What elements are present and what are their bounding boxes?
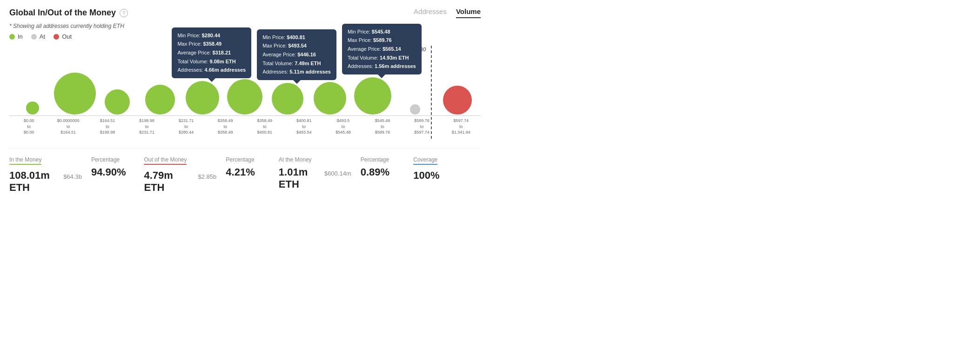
labels-row: $0.00 to $0.00 $0.0000000 to $164.51 $16… (9, 118, 481, 135)
stat-coverage-value: 100% (413, 169, 439, 182)
legend-dot-in (9, 34, 15, 40)
bubble-4 (186, 81, 219, 115)
legend-out: Out (54, 33, 72, 40)
stat-in-sub: $64.3b (63, 173, 82, 180)
stat-at-label-wrap: At the Money (279, 155, 351, 163)
bubble-col-1 (54, 46, 96, 115)
label-7-line2: to (302, 124, 306, 129)
current-price-dashed-line (431, 46, 432, 139)
stat-in-label: In the Money (9, 156, 41, 165)
stat-at-pct-row: 0.89% (361, 166, 404, 178)
stat-coverage-value-row: 100% (413, 169, 471, 182)
bubble-0 (26, 101, 39, 115)
label-10-line1: $589.76 (414, 118, 430, 123)
header: Global In/Out of the Money ? Addresses V… (9, 7, 481, 18)
label-5-line3: $358.49 (218, 130, 233, 135)
label-9-line1: $545.48 (375, 118, 390, 123)
label-6-line2: to (263, 124, 267, 129)
label-11-line2: to (459, 124, 463, 129)
label-11-line3: $1,341.94 (452, 130, 470, 135)
label-col-5: $358.49 to $358.49 (206, 118, 245, 135)
tooltip-2-arrow (293, 80, 301, 84)
label-col-11: $597.74 to $1,341.94 (442, 118, 481, 135)
legend: In At Out (9, 33, 481, 40)
axis-line (9, 115, 481, 116)
label-6-line3: $400.81 (257, 130, 272, 135)
bubble-col-0 (11, 46, 54, 115)
label-col-7: $400.81 to $493.54 (284, 118, 323, 135)
label-col-4: $231.71 to $280.44 (167, 118, 206, 135)
label-3-line1: $198.98 (139, 118, 154, 123)
bubble-1 (54, 73, 96, 115)
bubble-col-9 (394, 46, 436, 115)
label-8-line3: $545.48 (336, 130, 351, 135)
label-2-line3: $198.98 (100, 130, 115, 135)
label-col-3: $198.98 to $231.71 (127, 118, 166, 135)
stat-coverage-label: Coverage (413, 156, 437, 165)
stat-block-in-pct: Percentage 94.90% (91, 155, 144, 194)
help-icon[interactable]: ? (120, 9, 128, 17)
legend-label-out: Out (62, 33, 72, 40)
stat-at-value-row: 1.01m ETH $600.14m (279, 166, 351, 190)
stat-out-label: Out of the Money (144, 156, 187, 165)
label-11-line1: $597.74 (454, 118, 469, 123)
bubble-col-2 (96, 46, 139, 115)
label-1-line3: $164.51 (60, 130, 76, 135)
stat-out-pct-value: 4.21% (226, 166, 255, 178)
label-10-line3: $597.74 (414, 130, 430, 135)
legend-dot-out (54, 34, 59, 40)
label-3-line3: $231.71 (139, 130, 154, 135)
stat-at-pct-label-wrap: Percentage (361, 155, 404, 163)
label-3-line2: to (145, 124, 149, 129)
bubble-3 (145, 85, 175, 115)
current-price-label: Current Price: $595.30 (374, 47, 426, 52)
stat-block-out-pct: Percentage 4.21% (226, 155, 279, 194)
stat-block-at: At the Money 1.01m ETH $600.14m (279, 155, 361, 194)
label-5-line2: to (224, 124, 228, 129)
bubble-7 (314, 82, 346, 115)
bubble-col-6: Min Price: $400.81 Max Price: $493.54 Av… (266, 46, 309, 115)
label-col-1: $0.0000000 to $164.51 (48, 118, 87, 135)
label-4-line1: $231.71 (179, 118, 194, 123)
legend-at: At (31, 33, 45, 40)
stat-in-pct-label-wrap: Percentage (91, 155, 135, 163)
label-9-line3: $589.76 (375, 130, 390, 135)
tab-addresses[interactable]: Addresses (414, 7, 447, 18)
label-0-line2: to (27, 124, 31, 129)
label-5-line1: $358.49 (218, 118, 233, 123)
stat-out-value: 4.79m ETH (144, 169, 193, 194)
tab-volume[interactable]: Volume (456, 7, 481, 18)
stat-in-pct-label: Percentage (91, 156, 120, 164)
label-8-line2: to (342, 124, 345, 129)
chart-area: Current Price: $595.30 (9, 46, 481, 139)
label-col-10: $589.76 to $597.74 (402, 118, 441, 135)
subtitle: * Showing all addresses currently holdin… (9, 23, 481, 29)
bubble-6 (272, 83, 303, 115)
label-col-9: $545.48 to $589.76 (363, 118, 402, 135)
title-area: Global In/Out of the Money ? (9, 8, 128, 18)
legend-in: In (9, 33, 23, 40)
label-8-line1: $493.5 (337, 118, 350, 123)
bubble-col-5 (224, 46, 266, 115)
stat-in-label-wrap: In the Money (9, 155, 82, 167)
stat-out-sub: $2.85b (198, 173, 217, 180)
stat-out-pct-row: 4.21% (226, 166, 269, 178)
tab-group: Addresses Volume (414, 7, 481, 18)
stat-block-in: In the Money 108.01m ETH $64.3b (9, 155, 91, 194)
tooltip-3-arrow (378, 74, 385, 78)
stat-at-value: 1.01m ETH (279, 166, 320, 190)
stats-section: In the Money 108.01m ETH $64.3b Percenta… (9, 148, 481, 194)
bubble-2 (105, 89, 130, 115)
label-0-line1: $0.00 (24, 118, 34, 123)
label-0-line3: $0.00 (24, 130, 34, 135)
bubble-col-8: Min Price: $545.48 Max Price: $589.76 Av… (351, 46, 394, 115)
stat-in-value-row: 108.01m ETH $64.3b (9, 169, 82, 194)
stat-at-pct-label: Percentage (361, 156, 389, 164)
bubble-col-3 (139, 46, 181, 115)
label-4-line2: to (184, 124, 188, 129)
stat-coverage-label-wrap: Coverage (413, 155, 471, 167)
label-col-6: $358.49 to $400.81 (245, 118, 284, 135)
bubble-9 (410, 104, 420, 115)
stat-block-at-pct: Percentage 0.89% (361, 155, 414, 194)
label-7-line3: $493.54 (296, 130, 312, 135)
